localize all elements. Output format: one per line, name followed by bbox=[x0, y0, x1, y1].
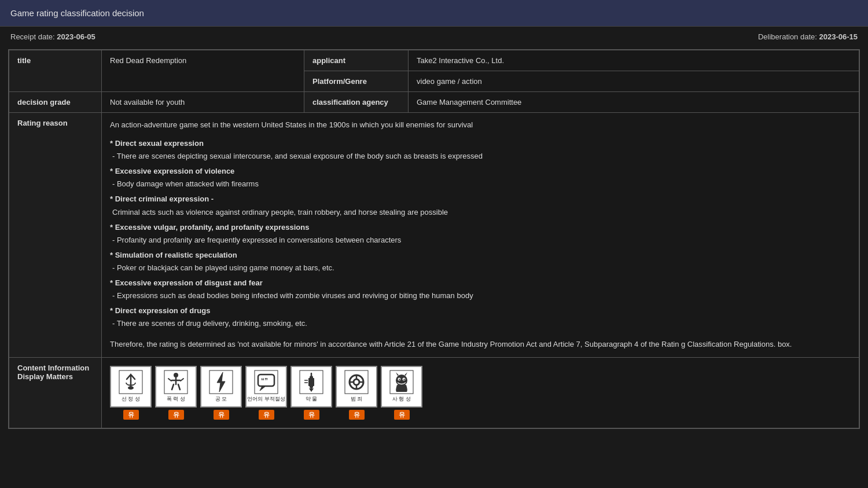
icon-badge-criminal: 유 bbox=[349, 410, 365, 420]
rating-conclusion: Therefore, the rating is determined as '… bbox=[110, 338, 851, 351]
icon-badge-crime: 유 bbox=[214, 410, 229, 420]
deliberation-date: Deliberation date: 2023-06-15 bbox=[758, 32, 858, 41]
icon-badge-violence: 유 bbox=[168, 410, 184, 420]
drugs-icon bbox=[299, 370, 323, 394]
applicant-value: Take2 Interactive Co., Ltd. bbox=[409, 50, 859, 71]
title-value: Red Dead Redemption bbox=[102, 50, 304, 92]
icon-box-criminal: 범 죄 bbox=[336, 366, 377, 408]
agency-value: Game Management Committee bbox=[409, 92, 859, 113]
rating-reason-content: An action-adventure game set in the west… bbox=[102, 113, 859, 358]
icon-item-drugs: 약 물 유 bbox=[290, 366, 332, 420]
icon-item-criminal: 범 죄 유 bbox=[336, 366, 377, 420]
applicant-label: applicant bbox=[304, 50, 409, 71]
svg-point-1 bbox=[128, 386, 134, 390]
svg-text:“”: “” bbox=[261, 377, 268, 385]
icon-badge-gambling: 유 bbox=[394, 410, 410, 420]
rating-reason-label: Rating reason bbox=[9, 113, 102, 358]
icon-box-language: “” 언어의 부적절성 bbox=[245, 366, 287, 408]
receipt-date: Receipt date: 2023-06-05 bbox=[10, 32, 95, 41]
rating-item-5: * Simulation of realistic speculation - … bbox=[110, 249, 851, 274]
icon-box-violence: 폭 력 성 bbox=[155, 366, 197, 408]
sexual-icon bbox=[119, 370, 143, 394]
icon-box-gambling: 사 행 성 bbox=[381, 366, 422, 408]
dates-row: Receipt date: 2023-06-05 Deliberation da… bbox=[0, 27, 868, 47]
rating-items: * Direct sexual expression - There are s… bbox=[110, 137, 851, 330]
svg-rect-11 bbox=[308, 378, 314, 386]
grade-value: Not available for youth bbox=[102, 92, 304, 113]
rating-item-1: * Direct sexual expression - There are s… bbox=[110, 137, 851, 163]
icon-box-drugs: 약 물 bbox=[290, 366, 332, 408]
gambling-icon bbox=[389, 370, 414, 394]
content-info-row: Content Information Display Matters bbox=[9, 357, 859, 428]
icon-item-gambling: 사 행 성 유 bbox=[381, 366, 422, 420]
title-label: title bbox=[9, 50, 102, 92]
rating-item-2: * Excessive expression of violence - Bod… bbox=[110, 165, 851, 190]
icon-item-crime: 공 모 유 bbox=[200, 366, 242, 420]
icon-badge-sexual: 유 bbox=[123, 410, 139, 420]
rating-summary: An action-adventure game set in the west… bbox=[110, 119, 851, 131]
rating-reason-row: Rating reason An action-adventure game s… bbox=[9, 113, 859, 358]
title-row: title Red Dead Redemption applicant Take… bbox=[9, 50, 859, 71]
main-table-container: title Red Dead Redemption applicant Take… bbox=[8, 49, 860, 429]
icon-badge-language: 유 bbox=[259, 410, 274, 420]
agency-label: classification agency bbox=[304, 92, 409, 113]
svg-point-20 bbox=[403, 379, 404, 380]
svg-point-19 bbox=[399, 379, 400, 380]
platform-value: video game / action bbox=[409, 71, 859, 92]
info-table: title Red Dead Redemption applicant Take… bbox=[9, 50, 859, 428]
rating-item-4: * Excessive vulgar, profanity, and profa… bbox=[110, 221, 851, 247]
svg-rect-12 bbox=[345, 370, 368, 394]
language-icon: “” bbox=[254, 370, 278, 394]
header-title: Game rating classification decision bbox=[10, 8, 144, 18]
icon-badge-drugs: 유 bbox=[304, 410, 319, 420]
rating-item-7: * Direct expression of drugs - There are… bbox=[110, 304, 851, 330]
content-icons-cell: 선 정 성 유 bbox=[102, 357, 859, 428]
platform-label: Platform/Genre bbox=[304, 71, 409, 92]
violence-icon bbox=[164, 370, 188, 394]
icon-item-sexual: 선 정 성 유 bbox=[110, 366, 152, 420]
grade-row: decision grade Not available for youth c… bbox=[9, 92, 859, 113]
rating-item-6: * Excessive expression of disgust and fe… bbox=[110, 277, 851, 302]
icon-item-violence: 폭 력 성 유 bbox=[155, 366, 197, 420]
icon-item-language: “” 언어의 부적절성 유 bbox=[245, 366, 287, 420]
criminal-icon bbox=[344, 370, 369, 394]
header-bar: Game rating classification decision bbox=[0, 0, 868, 27]
grade-label: decision grade bbox=[9, 92, 102, 113]
rating-item-3: * Direct criminal expression - Criminal … bbox=[110, 193, 851, 218]
icon-box-sexual: 선 정 성 bbox=[110, 366, 152, 408]
content-icons-row: 선 정 성 유 bbox=[110, 366, 851, 420]
content-info-label: Content Information Display Matters bbox=[9, 357, 102, 428]
crime-plot-icon bbox=[209, 370, 233, 394]
icon-box-crime: 공 모 bbox=[200, 366, 242, 408]
